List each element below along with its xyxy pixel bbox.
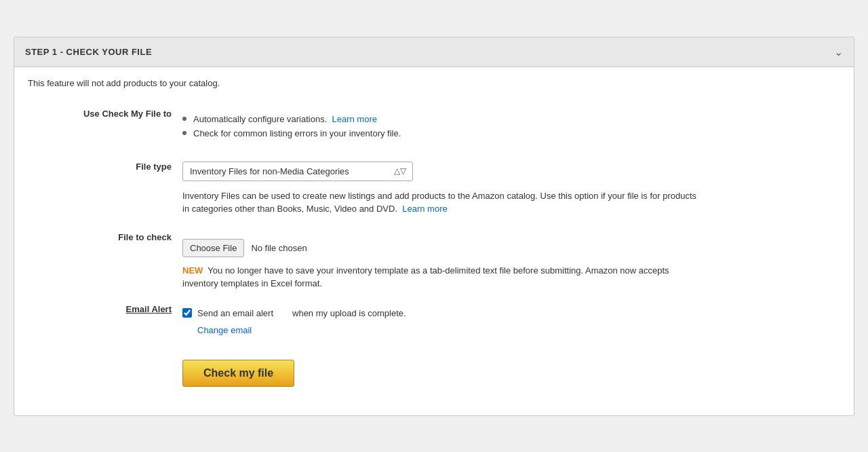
- file-type-select[interactable]: Inventory Files for non-Media Categories…: [182, 162, 413, 181]
- bullet-list: Automatically configure variations. Lear…: [182, 109, 835, 148]
- section-header: STEP 1 - CHECK YOUR FILE ⌄: [14, 37, 854, 67]
- use-check-label-cell: Use Check My File to: [28, 102, 177, 155]
- bullet-text-1: Automatically configure variations. Lear…: [193, 114, 377, 124]
- file-to-check-label-cell: File to check: [28, 225, 177, 297]
- email-alert-label: Email Alert: [126, 304, 172, 314]
- use-check-row: Use Check My File to Automatically confi…: [28, 102, 840, 155]
- form-table: Use Check My File to Automatically confi…: [28, 102, 840, 399]
- new-info-text: NEW You no longer have to save your inve…: [182, 260, 684, 290]
- submit-wrapper: Check my file: [182, 349, 835, 392]
- learn-more-link-2[interactable]: Learn more: [402, 204, 447, 214]
- section-title: STEP 1 - CHECK YOUR FILE: [25, 47, 152, 57]
- learn-more-link-1[interactable]: Learn more: [332, 114, 377, 124]
- email-alert-row: Email Alert Send an email alert when my …: [28, 297, 840, 342]
- section-body: This feature will not add products to yo…: [14, 67, 854, 415]
- file-type-row: File type Inventory Files for non-Media …: [28, 155, 840, 225]
- file-type-content-cell: Inventory Files for non-Media Categories…: [177, 155, 840, 225]
- email-completion-text: when my upload is complete.: [292, 308, 406, 318]
- list-item: Automatically configure variations. Lear…: [182, 114, 835, 124]
- feature-note: This feature will not add products to yo…: [28, 78, 840, 88]
- use-check-content-cell: Automatically configure variations. Lear…: [177, 102, 840, 155]
- bullet-dot-icon: [182, 131, 186, 135]
- bullet-dot-icon: [182, 117, 186, 121]
- file-type-description: Inventory Files can be used to create ne…: [182, 181, 698, 219]
- file-type-label: File type: [136, 162, 172, 172]
- submit-label-cell: [28, 342, 177, 399]
- file-to-check-content-cell: Choose File No file chosen NEW You no lo…: [177, 225, 840, 297]
- file-type-select-wrapper: Inventory Files for non-Media Categories…: [182, 162, 413, 181]
- submit-content-cell: Check my file: [177, 342, 840, 399]
- use-check-label: Use Check My File to: [83, 109, 172, 119]
- email-row: Send an email alert when my upload is co…: [182, 304, 835, 322]
- new-badge: NEW: [182, 265, 203, 276]
- file-to-check-row: File to check Choose File No file chosen…: [28, 225, 840, 297]
- submit-row: Check my file: [28, 342, 840, 399]
- check-file-button[interactable]: Check my file: [182, 360, 294, 387]
- email-send-label: Send an email alert: [197, 308, 273, 318]
- change-email-link[interactable]: Change email: [197, 325, 835, 335]
- file-type-label-cell: File type: [28, 155, 177, 225]
- no-file-text: No file chosen: [251, 243, 307, 253]
- email-alert-content-cell: Send an email alert when my upload is co…: [177, 297, 840, 342]
- file-upload-row: Choose File No file chosen: [182, 232, 835, 260]
- email-alert-label-cell: Email Alert: [28, 297, 177, 342]
- choose-file-button[interactable]: Choose File: [182, 239, 244, 257]
- bullet-text-2: Check for common listing errors in your …: [193, 128, 401, 138]
- page-container: STEP 1 - CHECK YOUR FILE ⌄ This feature …: [14, 37, 854, 416]
- list-item: Check for common listing errors in your …: [182, 128, 835, 138]
- chevron-down-icon[interactable]: ⌄: [834, 45, 843, 58]
- file-to-check-label: File to check: [118, 232, 172, 242]
- email-alert-checkbox[interactable]: [182, 308, 192, 318]
